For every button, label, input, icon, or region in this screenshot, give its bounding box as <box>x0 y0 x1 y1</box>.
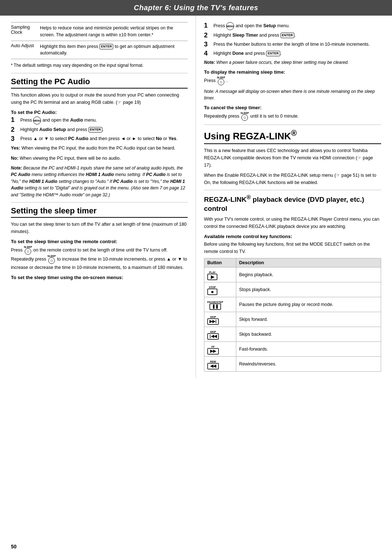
regza-body2: When the Enable REGZA-LINK in the REGZA-… <box>204 172 381 186</box>
rew-description: Rewinds/reverses. <box>236 356 381 371</box>
pc-audio-yes-text: Yes: When viewing the PC input, the audi… <box>11 144 188 152</box>
cancel-sleep-text: Repeatedly press SLEEP○ until it is set … <box>204 112 381 121</box>
table-row: PAUSE/STEP ❚❚ Pauses the picture during … <box>204 297 381 312</box>
left-column: Sampling Clock Helps to reduce noise and… <box>0 16 196 378</box>
pc-audio-title: Setting the PC Audio <box>11 77 188 89</box>
remote-key-note: Before using the following key functions… <box>204 241 381 255</box>
display-sleep-title: To display the remaining sleep time: <box>204 69 381 75</box>
chapter-title: Chapter 6: Using the TV's features <box>134 4 258 12</box>
divider <box>11 202 188 203</box>
pc-audio-no-text: No: When viewing the PC input, there wil… <box>11 155 188 162</box>
stop-button-cell: STOP ■ <box>204 282 236 297</box>
playback-body: With your TV's remote control, or using … <box>204 216 381 230</box>
remote-key-title: Available remote control key functions: <box>204 234 381 239</box>
menu-button-icon: MENU <box>226 22 234 30</box>
divider <box>204 190 381 190</box>
sleep-button-icon-4: SLEEP○ <box>241 112 249 121</box>
remote-subsection-title: To set the sleep timer using the remote … <box>11 239 188 244</box>
skip-forward-icon: SKIP ▶▶| <box>207 316 219 325</box>
list-item: 4 Highlight Done and press ENTER. <box>204 50 381 57</box>
remote-functions-table: Button Description PLAY ▶ Begins playbac… <box>204 258 381 372</box>
regza-title: Using REGZA-LINK® <box>204 128 381 144</box>
skip-bwd-description: Skips backward. <box>236 327 381 342</box>
skip-fwd-description: Skips forward. <box>236 312 381 327</box>
rewind-icon: REW ◀◀ <box>207 360 219 369</box>
display-sleep-note: Note: A message will display on-screen w… <box>204 88 381 101</box>
skip-fwd-button-cell: SKIP ▶▶| <box>204 312 236 327</box>
enter-button-icon: ENTER <box>281 33 295 38</box>
table-row: Auto Adjust Highlight this item then pre… <box>11 41 188 60</box>
play-description: Begins playback. <box>236 267 381 282</box>
pc-audio-note: Note: Because the PC and HDMI-1 inputs s… <box>11 165 188 199</box>
page-number: 50 <box>11 544 17 549</box>
sleep-button-icon-3: SLEEP○ <box>217 76 225 85</box>
rew-button-cell: REW ◀◀ <box>204 356 236 371</box>
sleep-button-icon: SLEEP○ <box>24 246 32 255</box>
list-item: 3 Press the Number buttons to enter the … <box>204 41 381 48</box>
list-item: 2 Highlight Audio Setup and press ENTER. <box>11 126 188 134</box>
stop-icon: STOP ■ <box>207 286 217 295</box>
sleep-timer-title: Setting the sleep timer <box>11 206 188 218</box>
divider <box>204 124 381 125</box>
playback-title: REGZA-LINK® playback device (DVD player,… <box>204 194 381 213</box>
onscreen-steps: 1 Press MENU and open the Setup menu. 2 … <box>204 22 381 57</box>
sleep-button-icon-2: SLEEP○ <box>48 255 56 264</box>
cancel-sleep-title: To cancel the sleep timer: <box>204 105 381 110</box>
sampling-clock-content: Helps to reduce noise and minimize perio… <box>40 25 188 38</box>
table-row: FF ▶▶ Fast-forwards. <box>204 342 381 356</box>
play-icon: PLAY ▶ <box>207 271 217 280</box>
pc-audio-body: This function allows you to output or mu… <box>11 91 188 106</box>
pc-audio-subsection: To set the PC Audio: <box>11 110 188 115</box>
pause-icon: PAUSE/STEP ❚❚ <box>207 301 223 310</box>
enter-button-icon: ENTER <box>99 44 114 49</box>
stop-description: Stops playback. <box>236 282 381 297</box>
enter-button-icon: ENTER <box>89 127 103 132</box>
onscreen-subsection-title: To set the sleep timer using the on-scre… <box>11 275 188 280</box>
power-note: Note: When a power failure occurs, the s… <box>204 59 381 66</box>
remote-sleep-text: Press SLEEP○ on the remote control to se… <box>11 246 188 271</box>
table-row: SKIP |◀◀ Skips backward. <box>204 327 381 342</box>
right-column: 1 Press MENU and open the Setup menu. 2 … <box>196 16 392 378</box>
enter-button-icon: ENTER <box>266 51 280 56</box>
auto-adjust-content: Highlight this item then press ENTER to … <box>40 43 188 57</box>
display-sleep-text: Press SLEEP○ . <box>204 76 381 85</box>
sampling-clock-label: Sampling Clock <box>11 25 40 35</box>
divider <box>11 73 188 73</box>
page-header: Chapter 6: Using the TV's features <box>0 0 392 16</box>
skip-bwd-button-cell: SKIP |◀◀ <box>204 327 236 342</box>
regza-body: This is a new feature that uses CEC tech… <box>204 147 381 169</box>
table-row: PLAY ▶ Begins playback. <box>204 267 381 282</box>
main-content: Sampling Clock Helps to reduce noise and… <box>0 16 392 378</box>
skip-backward-icon: SKIP |◀◀ <box>207 331 219 340</box>
list-item: 3 Press ▲ or ▼ to select PC Audio and th… <box>11 135 188 143</box>
list-item: 1 Press MENU and open the Audio menu. <box>11 116 188 124</box>
button-col-header: Button <box>204 258 236 267</box>
page: Chapter 6: Using the TV's features Sampl… <box>0 0 392 556</box>
sleep-timer-body: You can set the sleep timer to turn off … <box>11 221 188 235</box>
table-row: REW ◀◀ Rewinds/reverses. <box>204 356 381 371</box>
pc-audio-steps: 1 Press MENU and open the Audio menu. 2 … <box>11 116 188 143</box>
pause-button-cell: PAUSE/STEP ❚❚ <box>204 297 236 312</box>
footnote-text: * The default settings may vary dependin… <box>11 62 188 69</box>
list-item: 2 Highlight Sleep Timer and press ENTER. <box>204 32 381 39</box>
table-row: STOP ■ Stops playback. <box>204 282 381 297</box>
fast-forward-icon: FF ▶▶ <box>207 346 219 355</box>
ff-description: Fast-forwards. <box>236 342 381 356</box>
description-col-header: Description <box>236 258 381 267</box>
list-item: 1 Press MENU and open the Setup menu. <box>204 22 381 30</box>
table-row: Sampling Clock Helps to reduce noise and… <box>11 23 188 41</box>
pause-description: Pauses the picture during play or record… <box>236 297 381 312</box>
settings-table: Sampling Clock Helps to reduce noise and… <box>11 22 188 59</box>
play-button-cell: PLAY ▶ <box>204 267 236 282</box>
ff-button-cell: FF ▶▶ <box>204 342 236 356</box>
menu-button-icon: MENU <box>33 116 41 124</box>
auto-adjust-label: Auto Adjust <box>11 43 40 48</box>
table-row: SKIP ▶▶| Skips forward. <box>204 312 381 327</box>
